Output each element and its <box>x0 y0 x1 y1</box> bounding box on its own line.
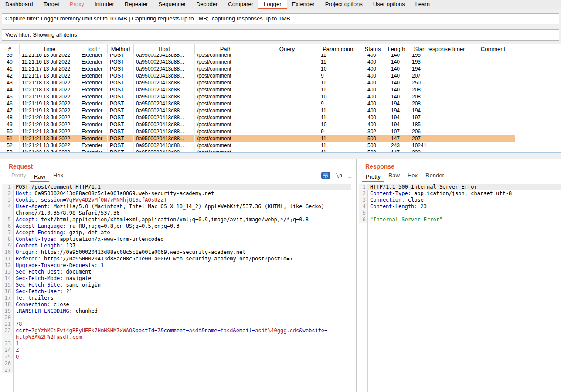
cell-time: 11:21:16 13 Jul 2022 <box>20 58 79 65</box>
cell-length: 140 <box>385 79 408 86</box>
table-filler-cell <box>515 72 561 79</box>
column-header-length[interactable]: Length <box>385 44 408 54</box>
log-row-41[interactable]: 4111:21:17 13 Jul 2022ExtenderPOST0a9500… <box>0 65 561 72</box>
main-tab-user-options[interactable]: User options <box>368 0 410 9</box>
word-wrap-toggle-icon[interactable] <box>321 172 330 179</box>
column-header-status[interactable]: Status <box>360 44 385 54</box>
column-header-query[interactable]: Query <box>257 44 317 54</box>
log-row-53[interactable]: 5311:21:22 13 Jul 2022ExtenderPOST0a9500… <box>0 149 561 152</box>
log-row-47[interactable]: 4711:21:19 13 Jul 2022ExtenderPOST0a9500… <box>0 107 561 114</box>
log-row-49[interactable]: 4911:21:20 13 Jul 2022ExtenderPOST0a9500… <box>0 121 561 128</box>
table-filler-cell <box>515 135 561 142</box>
cell-length: 194 <box>385 114 408 121</box>
main-tab-target[interactable]: Target <box>38 0 65 9</box>
column-header-param-count[interactable]: Param count <box>317 44 360 54</box>
request-line-15: 15Sec-Fetch-Site: same-origin <box>2 282 351 288</box>
view-filter-bar[interactable]: View filter: Showing all items <box>2 29 559 41</box>
newline-visibility-icon[interactable]: \n <box>336 172 342 179</box>
cell-length: 140 <box>385 54 408 58</box>
column-header-tool[interactable]: Tool^ <box>79 44 108 54</box>
main-tab-decoder[interactable]: Decoder <box>191 0 223 9</box>
cell-comment <box>471 121 515 128</box>
message-editors-area: Request PrettyRawHex \n ≡ 1POST /post/co… <box>0 153 561 392</box>
column-header-path[interactable]: Path <box>195 44 257 54</box>
column-header--[interactable]: # <box>0 44 20 54</box>
cell-length: 147 <box>385 135 408 142</box>
cell-time: 11:21:19 13 Jul 2022 <box>20 107 79 114</box>
line-number: 22 <box>2 328 13 341</box>
line-number: 13 <box>2 269 13 275</box>
column-header-comment[interactable]: Comment <box>471 44 515 54</box>
cell-path: /post/comment <box>195 100 257 107</box>
line-content: Accept: text/html,application/xhtml+xml,… <box>13 216 351 223</box>
cell-start-response-timer: 207 <box>408 72 471 79</box>
main-tab-logger[interactable]: Logger <box>258 0 286 9</box>
cell--: 48 <box>0 114 20 121</box>
cell-method: POST <box>108 58 134 65</box>
line-content: Content-Type: application/json; charset=… <box>367 190 561 197</box>
log-row-42[interactable]: 4211:21:17 13 Jul 2022ExtenderPOST0a9500… <box>0 72 561 79</box>
cell-length: 194 <box>385 121 408 128</box>
request-editor[interactable]: 1POST /post/comment HTTP/1.12Host: 0a950… <box>2 184 351 392</box>
main-tab-repeater[interactable]: Repeater <box>119 0 153 9</box>
table-filler-cell <box>515 128 561 135</box>
column-header-time[interactable]: Time <box>20 44 79 54</box>
capture-filter-text: Capture filter: Logger memory limit set … <box>5 15 290 22</box>
response-tab-pretty[interactable]: Pretty <box>362 173 384 182</box>
response-tab-raw[interactable]: Raw <box>384 172 404 182</box>
log-row-50[interactable]: 5011:21:21 13 Jul 2022ExtenderPOST0a9500… <box>0 128 561 135</box>
response-tab-render[interactable]: Render <box>422 172 448 182</box>
line-number: 1 <box>359 184 367 190</box>
cell--: 43 <box>0 79 20 86</box>
table-filler-cell <box>515 114 561 121</box>
main-tab-learn[interactable]: Learn <box>410 0 435 9</box>
request-tab-hex[interactable]: Hex <box>49 172 67 182</box>
main-tab-comparer[interactable]: Comparer <box>223 0 258 9</box>
log-row-44[interactable]: 4411:21:18 13 Jul 2022ExtenderPOST0a9500… <box>0 86 561 93</box>
column-header-host[interactable]: Host <box>134 44 195 54</box>
cell-start-response-timer: 195 <box>408 54 471 58</box>
cell-status: 302 <box>360 128 385 135</box>
cell-param-count: 11 <box>317 149 360 152</box>
cell-path: /post/comment <box>195 79 257 86</box>
cell-comment <box>471 72 515 79</box>
log-row-46[interactable]: 4611:21:19 13 Jul 2022ExtenderPOST0a9500… <box>0 100 561 107</box>
request-tab-pretty[interactable]: Pretty <box>7 172 30 182</box>
cell-tool: Extender <box>79 107 108 114</box>
log-row-43[interactable]: 4311:21:18 13 Jul 2022ExtenderPOST0a9500… <box>0 79 561 86</box>
column-header-method[interactable]: Method <box>108 44 134 54</box>
line-content: "Internal Server Error" <box>367 216 561 223</box>
request-tab-raw[interactable]: Raw <box>30 173 49 182</box>
main-tab-project-options[interactable]: Project options <box>320 0 368 9</box>
main-tab-dashboard[interactable]: Dashboard <box>0 0 38 9</box>
cell-path: /post/comment <box>195 114 257 121</box>
line-content: Content-Length: 137 <box>13 243 351 249</box>
response-editor[interactable]: 1HTTP/1.1 500 Internal Server Error2Cont… <box>359 184 561 392</box>
log-row-51[interactable]: 5111:21:21 13 Jul 2022ExtenderPOST0a9500… <box>0 135 561 142</box>
log-row-48[interactable]: 4811:21:20 13 Jul 2022ExtenderPOST0a9500… <box>0 114 561 121</box>
line-content: 78 <box>13 321 351 328</box>
cell-start-response-timer: 208 <box>408 100 471 107</box>
log-row-52[interactable]: 5211:21:21 13 Jul 2022ExtenderPOST0a9500… <box>0 142 561 149</box>
line-content: Connection: close <box>13 301 351 308</box>
main-tab-proxy[interactable]: Proxy <box>65 0 89 9</box>
editor-menu-icon[interactable]: ≡ <box>348 172 352 179</box>
log-row-39[interactable]: 3911:21:16 13 Jul 2022ExtenderPOST0a9500… <box>0 54 561 58</box>
cell-status: 400 <box>360 86 385 93</box>
cell-length: 194 <box>385 100 408 107</box>
column-header-start-response-timer[interactable]: Start response timer <box>408 44 471 54</box>
capture-filter-bar[interactable]: Capture filter: Logger memory limit set … <box>2 13 559 24</box>
log-row-40[interactable]: 4011:21:16 13 Jul 2022ExtenderPOST0a9500… <box>0 58 561 65</box>
response-tab-hex[interactable]: Hex <box>404 172 422 182</box>
table-body[interactable]: 3911:21:16 13 Jul 2022ExtenderPOST0a9500… <box>0 54 561 152</box>
cell-host: 0a9500020413d88... <box>134 65 195 72</box>
request-line-11: 11Referer: https://0a9500020413d88ac08c5… <box>2 256 351 262</box>
main-tab-extender[interactable]: Extender <box>287 0 320 9</box>
cell-method: POST <box>108 128 134 135</box>
cell-query <box>257 107 317 114</box>
log-row-45[interactable]: 4511:21:19 13 Jul 2022ExtenderPOST0a9500… <box>0 93 561 100</box>
main-tab-intruder[interactable]: Intruder <box>89 0 119 9</box>
cell--: 49 <box>0 121 20 128</box>
main-tab-sequencer[interactable]: Sequencer <box>153 0 191 9</box>
cell--: 47 <box>0 107 20 114</box>
